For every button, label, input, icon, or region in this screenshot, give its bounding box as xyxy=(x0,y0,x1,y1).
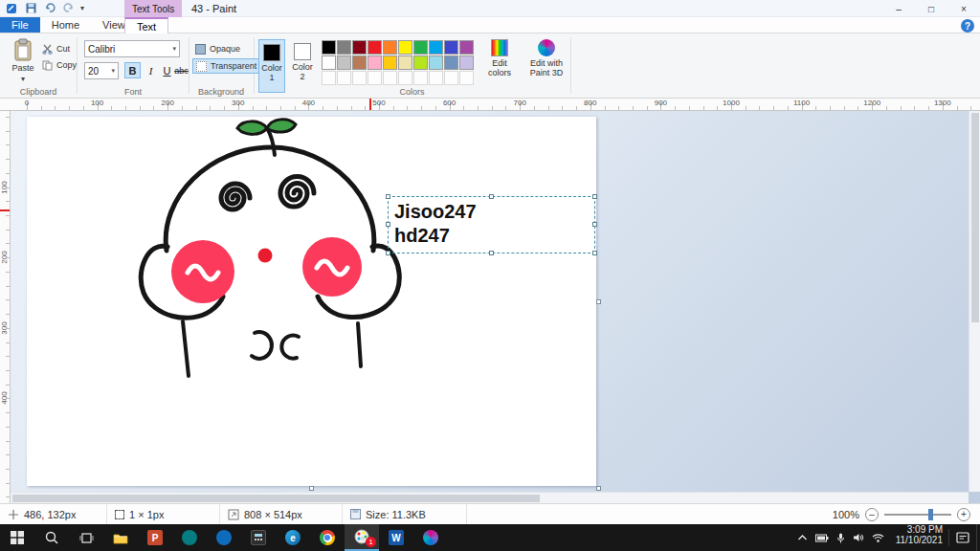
drawing-canvas[interactable]: Jisoo247 hd247 xyxy=(27,117,596,486)
leaf-right xyxy=(267,120,296,132)
italic-button[interactable]: I xyxy=(143,62,159,78)
calculator-button[interactable] xyxy=(241,524,276,551)
minimize-button[interactable]: – xyxy=(882,0,915,17)
microphone-icon[interactable] xyxy=(836,533,845,543)
opaque-option[interactable]: Opaque xyxy=(192,41,243,56)
palette-swatch[interactable] xyxy=(444,55,458,70)
taskbar-search-button[interactable] xyxy=(34,524,69,551)
palette-swatch[interactable] xyxy=(459,55,474,70)
horizontal-scrollbar-thumb[interactable] xyxy=(12,495,540,502)
palette-swatch[interactable] xyxy=(322,40,336,55)
palette-swatch[interactable] xyxy=(337,40,351,55)
palette-swatch[interactable] xyxy=(429,55,443,70)
task-view-button[interactable] xyxy=(69,524,103,551)
qat-dropdown-icon[interactable]: ▾ xyxy=(80,4,84,12)
edit-colors-button[interactable]: Edit colors xyxy=(479,39,520,77)
palette-swatch[interactable] xyxy=(352,40,367,55)
battery-icon[interactable] xyxy=(815,534,829,542)
palette-swatch-empty[interactable] xyxy=(368,71,382,85)
powerpoint-button[interactable]: P xyxy=(138,524,172,551)
selection-handle[interactable] xyxy=(386,222,390,227)
save-icon[interactable] xyxy=(23,2,38,15)
palette-swatch[interactable] xyxy=(368,55,382,70)
palette-swatch[interactable] xyxy=(459,40,474,55)
palette-swatch[interactable] xyxy=(352,55,367,70)
font-family-select[interactable]: Calibri▾ xyxy=(84,40,180,57)
selection-handle[interactable] xyxy=(592,222,597,227)
copy-button[interactable]: Copy xyxy=(42,58,77,72)
palette-swatch-empty[interactable] xyxy=(459,71,474,85)
canvas-resize-handle-bottom[interactable] xyxy=(309,486,314,491)
canvas-resize-handle-right[interactable] xyxy=(596,299,601,304)
zoom-slider-thumb[interactable] xyxy=(928,509,933,520)
palette-swatch[interactable] xyxy=(383,55,397,70)
palette-swatch[interactable] xyxy=(398,55,412,70)
canvas-resize-handle-corner[interactable] xyxy=(596,486,601,491)
palette-swatch-empty[interactable] xyxy=(322,71,336,85)
strikethrough-button[interactable]: abc xyxy=(174,62,189,78)
palette-swatch-empty[interactable] xyxy=(444,71,458,85)
action-center-button[interactable] xyxy=(949,524,976,551)
palette-swatch[interactable] xyxy=(444,40,458,55)
color2-button[interactable]: Color 2 xyxy=(289,39,316,93)
bold-button[interactable]: B xyxy=(124,62,141,78)
chevron-up-icon[interactable] xyxy=(797,534,808,541)
file-explorer-button[interactable] xyxy=(103,524,138,551)
edit-paint3d-button[interactable]: Edit with Paint 3D xyxy=(524,39,568,77)
paste-button[interactable]: Paste ▾ xyxy=(6,38,40,83)
palette-swatch-empty[interactable] xyxy=(337,71,351,85)
word-button[interactable]: W xyxy=(379,524,413,551)
tab-text-active[interactable]: Text xyxy=(124,17,168,33)
paint-taskbar-button[interactable]: 1 xyxy=(345,524,379,551)
teal-app-button[interactable] xyxy=(172,524,207,551)
zoom-out-button[interactable]: – xyxy=(865,508,879,521)
redo-icon[interactable] xyxy=(61,2,77,15)
chrome-button[interactable] xyxy=(310,524,345,551)
maximize-button[interactable]: □ xyxy=(915,0,947,17)
cut-button[interactable]: Cut xyxy=(42,42,70,55)
palette-swatch[interactable] xyxy=(398,40,412,55)
palette-swatch-empty[interactable] xyxy=(413,71,428,85)
close-button[interactable]: × xyxy=(947,0,980,17)
zoom-in-button[interactable]: + xyxy=(957,508,970,521)
palette-swatch-empty[interactable] xyxy=(352,71,367,85)
palette-swatch[interactable] xyxy=(429,40,443,55)
start-button[interactable] xyxy=(0,524,34,551)
font-size-select[interactable]: 20▾ xyxy=(84,62,119,79)
underline-button[interactable]: U xyxy=(159,62,175,78)
ruler-number: 400 xyxy=(0,392,11,405)
palette-swatch[interactable] xyxy=(413,55,428,70)
zoom-slider[interactable] xyxy=(884,514,951,516)
speaker-icon[interactable] xyxy=(853,533,864,542)
help-icon[interactable]: ? xyxy=(961,19,974,33)
palette-swatch[interactable] xyxy=(368,40,382,55)
undo-icon[interactable] xyxy=(42,2,57,15)
edge-button[interactable]: e xyxy=(276,524,310,551)
show-desktop-strip[interactable] xyxy=(976,524,980,551)
palette-swatch[interactable] xyxy=(337,55,351,70)
taskbar-clock[interactable]: 3:09 PM 11/10/2021 xyxy=(890,524,948,551)
vertical-scrollbar[interactable] xyxy=(969,111,980,492)
selection-handle[interactable] xyxy=(489,251,494,255)
color1-button[interactable]: Color 1 xyxy=(258,39,285,93)
selection-handle[interactable] xyxy=(386,194,390,199)
paint3d-button[interactable] xyxy=(413,524,448,551)
palette-swatch[interactable] xyxy=(383,40,397,55)
selection-handle[interactable] xyxy=(489,194,494,199)
palette-swatch-empty[interactable] xyxy=(398,71,412,85)
transparent-option[interactable]: Transparent xyxy=(192,58,260,74)
selection-handle[interactable] xyxy=(386,251,390,255)
wifi-icon[interactable] xyxy=(872,533,884,542)
palette-swatch-empty[interactable] xyxy=(383,71,397,85)
tab-home[interactable]: Home xyxy=(40,17,91,33)
palette-swatch-empty[interactable] xyxy=(429,71,443,85)
vertical-scrollbar-thumb[interactable] xyxy=(971,113,979,322)
tab-file[interactable]: File xyxy=(0,17,40,33)
palette-swatch[interactable] xyxy=(322,55,336,70)
selection-handle[interactable] xyxy=(592,251,597,255)
horizontal-scrollbar[interactable] xyxy=(11,492,969,503)
selection-handle[interactable] xyxy=(592,194,597,199)
palette-swatch[interactable] xyxy=(413,40,428,55)
text-tool-box[interactable]: Jisoo247 hd247 xyxy=(388,196,595,253)
blue-app-button[interactable] xyxy=(207,524,241,551)
